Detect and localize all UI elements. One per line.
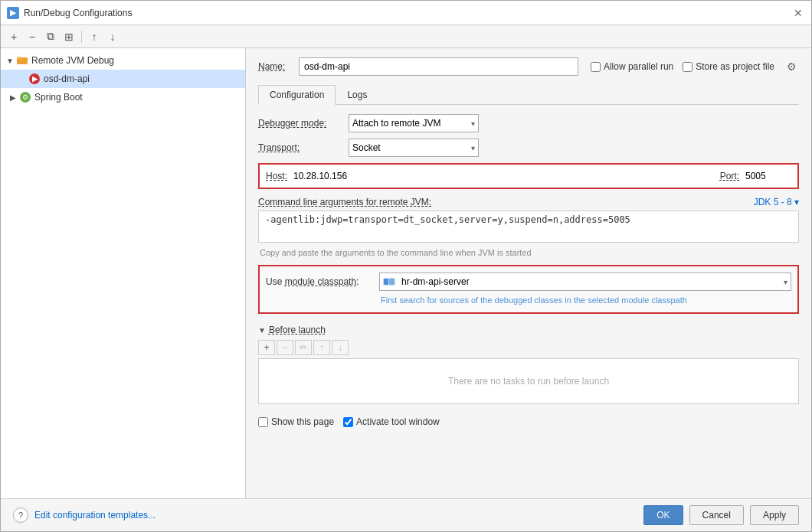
before-launch-list: There are no tasks to run before launch: [258, 358, 799, 404]
before-launch-title: Before launch: [269, 325, 326, 335]
debugger-mode-label: Debugger mode:: [258, 118, 342, 129]
debugger-mode-arrow: ▾: [471, 119, 475, 128]
header-options: Allow parallel run Store as project file…: [591, 59, 799, 74]
debugger-mode-row: Debugger mode: Attach to remote JVM ▾: [258, 114, 799, 132]
before-launch-section: ▼ Before launch + − ✏ ↑ ↓ There are no t…: [258, 325, 799, 404]
cmd-header: Command line arguments for remote JVM: J…: [258, 197, 799, 207]
svg-rect-4: [389, 279, 395, 285]
title-bar: ▶ Run/Debug Configurations ✕: [1, 1, 811, 25]
cmd-label: Command line arguments for remote JVM:: [258, 197, 431, 207]
debugger-mode-select[interactable]: Attach to remote JVM ▾: [349, 114, 479, 132]
help-button[interactable]: ?: [13, 508, 28, 523]
before-launch-toolbar: + − ✏ ↑ ↓: [258, 340, 799, 355]
host-label: Host:: [266, 171, 287, 181]
before-launch-add-btn[interactable]: +: [258, 340, 275, 355]
before-launch-arrow-icon[interactable]: ▼: [258, 326, 266, 335]
tree-folder-remote-jvm[interactable]: ▼ Remote JVM Debug: [1, 51, 245, 70]
host-port-container: Host: Port:: [258, 163, 799, 189]
footer-right: OK Cancel Apply: [643, 505, 799, 525]
cmd-section: Command line arguments for remote JVM: J…: [258, 197, 799, 257]
before-launch-remove-btn[interactable]: −: [277, 340, 293, 355]
expand-arrow-remote-jvm[interactable]: ▼: [4, 54, 16, 67]
add-config-button[interactable]: +: [5, 28, 22, 45]
port-label: Port:: [720, 171, 739, 181]
before-launch-header: ▼ Before launch: [258, 325, 799, 335]
jdk-link[interactable]: JDK 5 - 8 ▾: [754, 197, 799, 207]
transport-label: Transport:: [258, 142, 342, 153]
cancel-button[interactable]: Cancel: [689, 505, 744, 525]
activate-tool-checkbox[interactable]: [343, 417, 353, 427]
apply-button[interactable]: Apply: [750, 505, 799, 525]
activate-tool-label[interactable]: Activate tool window: [343, 416, 440, 427]
tree-folder-spring-boot[interactable]: ▶ ⚙ Spring Boot: [1, 88, 245, 106]
show-page-label[interactable]: Show this page: [258, 416, 334, 427]
main-content: ▼ Remote JVM Debug ▶ osd-dm-api: [1, 48, 811, 498]
module-value: hr-dm-api-server: [401, 276, 470, 287]
before-launch-empty-text: There are no tasks to run before launch: [448, 376, 609, 387]
svg-rect-1: [17, 57, 21, 59]
remove-config-button[interactable]: −: [24, 28, 41, 45]
cmd-textarea[interactable]: -agentlib:jdwp=transport=dt_socket,serve…: [258, 211, 799, 243]
show-page-checkbox[interactable]: [258, 417, 268, 427]
transport-select[interactable]: Socket ▾: [349, 139, 479, 157]
spring-boot-label: Spring Boot: [34, 92, 83, 103]
name-input[interactable]: [299, 57, 578, 76]
before-launch-up-btn[interactable]: ↑: [313, 340, 330, 355]
store-as-project-checkbox[interactable]: [683, 62, 692, 72]
module-label: Use module classpath:: [266, 276, 373, 287]
module-hint: First search for sources of the debugged…: [266, 295, 791, 306]
config-right-panel: Name: Allow parallel run Store as projec…: [246, 48, 811, 498]
allow-parallel-checkbox[interactable]: [591, 62, 601, 72]
move-config-button[interactable]: ⊞: [61, 28, 77, 45]
toolbar-separator: [81, 31, 82, 43]
copy-config-button[interactable]: ⧉: [42, 28, 59, 45]
bottom-left: Show this page Activate tool window: [258, 416, 799, 427]
host-input[interactable]: [293, 168, 714, 184]
debugger-mode-value: Attach to remote JVM: [352, 118, 440, 129]
before-launch-edit-btn[interactable]: ✏: [295, 340, 312, 355]
config-debug-icon: ▶: [28, 73, 41, 85]
allow-parallel-label[interactable]: Allow parallel run: [591, 61, 673, 72]
close-button[interactable]: ✕: [791, 6, 805, 20]
port-input[interactable]: [745, 168, 791, 184]
config-tree-panel: ▼ Remote JVM Debug ▶ osd-dm-api: [1, 48, 246, 498]
module-icon: [383, 276, 395, 287]
footer-left: ? Edit configuration templates...: [13, 508, 156, 523]
svg-rect-3: [384, 279, 388, 285]
bottom-options-row: Show this page Activate tool window: [258, 416, 799, 427]
edit-templates-link[interactable]: Edit configuration templates...: [34, 510, 156, 521]
store-as-project-label[interactable]: Store as project file: [683, 61, 774, 72]
transport-value: Socket: [352, 142, 381, 153]
transport-arrow: ▾: [471, 144, 475, 152]
ok-button[interactable]: OK: [643, 505, 683, 525]
window-title: Run/Debug Configurations: [24, 8, 132, 18]
module-select-arrow: ▾: [784, 278, 787, 286]
remote-jvm-label: Remote JVM Debug: [31, 55, 114, 66]
folder-icon: [16, 54, 28, 67]
name-row: Name: Allow parallel run Store as projec…: [258, 57, 799, 76]
tree-item-osd-dm-api[interactable]: ▶ osd-dm-api: [1, 70, 245, 88]
expand-arrow-spring-boot[interactable]: ▶: [7, 91, 19, 103]
move-down-button[interactable]: ↓: [104, 28, 121, 45]
transport-row: Transport: Socket ▾: [258, 139, 799, 157]
move-up-button[interactable]: ↑: [86, 28, 103, 45]
tab-configuration[interactable]: Configuration: [258, 85, 336, 105]
before-launch-down-btn[interactable]: ↓: [332, 340, 349, 355]
footer: ? Edit configuration templates... OK Can…: [1, 498, 811, 531]
osd-dm-api-label: osd-dm-api: [44, 73, 90, 84]
module-row: Use module classpath: hr-dm-api-server ▾: [266, 273, 791, 291]
main-toolbar: + − ⧉ ⊞ ↑ ↓: [1, 25, 811, 48]
tab-logs[interactable]: Logs: [336, 85, 378, 104]
cmd-hint: Copy and paste the arguments to the comm…: [258, 248, 799, 257]
module-section: Use module classpath: hr-dm-api-server ▾: [258, 265, 799, 314]
app-icon: ▶: [7, 7, 19, 19]
module-select[interactable]: hr-dm-api-server ▾: [379, 273, 791, 291]
spring-boot-icon: ⚙: [19, 91, 31, 103]
config-tabs: Configuration Logs: [258, 85, 799, 105]
gear-button[interactable]: ⚙: [784, 59, 799, 74]
name-label: Name:: [258, 61, 293, 72]
